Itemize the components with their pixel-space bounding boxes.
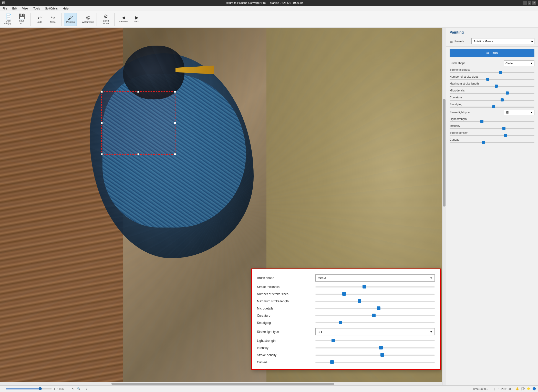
status-icon-1[interactable]: 🔔 xyxy=(515,387,519,390)
selection-handle-tm[interactable] xyxy=(137,91,139,93)
rp-light-strength-label: Light strength xyxy=(450,117,534,120)
menu-file[interactable]: File xyxy=(1,6,9,11)
close-button[interactable]: ✕ xyxy=(532,1,536,5)
selection-handle-mr[interactable] xyxy=(174,122,176,124)
toolbar-group-batch: ⚙ BatchMode xyxy=(99,13,115,26)
rp-intensity-thumb[interactable] xyxy=(502,127,505,130)
menu-softorbits[interactable]: SoftOrbits xyxy=(44,6,59,11)
zoom-slider-thumb[interactable] xyxy=(39,387,42,390)
next-label: Next xyxy=(134,20,139,23)
rp-stroke-density-thumb[interactable] xyxy=(504,134,507,137)
status-icon-2[interactable]: 💬 xyxy=(521,387,525,390)
canvas-area[interactable]: Brush shape Circle ▼ Stroke thickness Nu… xyxy=(0,28,446,385)
popup-microdetails-slider[interactable] xyxy=(315,308,435,309)
popup-num-stroke-sizes-slider[interactable] xyxy=(315,294,435,295)
zoom-in-button[interactable]: + xyxy=(53,387,55,391)
rp-max-stroke-length-label: Maximum stroke length xyxy=(450,82,534,85)
rp-stroke-density-slider[interactable] xyxy=(450,135,534,136)
minimize-button[interactable]: ─ xyxy=(523,1,527,5)
rp-canvas-label: Canvas xyxy=(450,138,534,141)
maximize-button[interactable]: □ xyxy=(528,1,531,5)
rp-brush-shape-dropdown-row: Brush shape Circle ▼ xyxy=(450,60,534,66)
popup-curvature-slider[interactable] xyxy=(315,315,435,316)
watermarks-label: Watermarks xyxy=(82,21,94,24)
rp-stroke-thickness-slider[interactable] xyxy=(450,72,534,73)
rp-max-stroke-length-slider[interactable] xyxy=(450,86,534,87)
popup-max-stroke-length-row: Maximum stroke length xyxy=(257,300,435,303)
rp-light-strength-row: Light strength xyxy=(450,117,534,122)
popup-canvas-slider[interactable] xyxy=(315,362,435,363)
rp-curvature-label: Curvature xyxy=(450,96,534,99)
toolbar-group-file: 📄 AddFile(s)... 💾 Saveas... xyxy=(2,13,30,26)
rp-max-stroke-length-thumb[interactable] xyxy=(495,85,498,88)
rp-curvature-slider[interactable] xyxy=(450,100,534,101)
rp-light-strength-thumb[interactable] xyxy=(480,120,483,123)
add-files-button[interactable]: 📄 AddFile(s)... xyxy=(2,13,15,26)
presets-icon[interactable]: ☰ xyxy=(450,39,453,43)
h-scroll-thumb[interactable] xyxy=(111,383,334,385)
selection-handle-bm[interactable] xyxy=(137,153,139,155)
rp-intensity-slider[interactable] xyxy=(450,128,534,129)
popup-smudging-slider[interactable] xyxy=(315,322,435,323)
status-icon-3[interactable]: ⭐ xyxy=(527,387,530,390)
popup-intensity-slider[interactable] xyxy=(315,347,435,348)
popup-smudging-label: Smudging xyxy=(257,321,313,325)
next-button[interactable]: ▶ Next xyxy=(130,13,143,26)
watermarks-button[interactable]: © Watermarks xyxy=(82,13,95,26)
selection-box[interactable] xyxy=(101,91,175,155)
undo-button[interactable]: ↩ Undo xyxy=(33,13,46,26)
popup-stroke-thickness-slider[interactable] xyxy=(315,286,435,287)
zoom-out-button[interactable]: − xyxy=(2,387,4,391)
popup-stroke-light-type-dropdown[interactable]: 3D ▼ xyxy=(315,328,435,335)
popup-stroke-density-slider[interactable] xyxy=(315,355,435,356)
menu-help[interactable]: Help xyxy=(61,6,70,11)
rp-brush-shape-dropdown[interactable]: Circle ▼ xyxy=(504,60,534,66)
run-icon: ➡ xyxy=(486,50,490,55)
selection-handle-br[interactable] xyxy=(174,153,176,155)
rp-smudging-slider[interactable] xyxy=(450,107,534,108)
popup-stroke-density-row: Stroke density xyxy=(257,353,435,357)
rp-stroke-light-type-dropdown[interactable]: 3D ▼ xyxy=(504,110,534,115)
canvas-image: Brush shape Circle ▼ Stroke thickness Nu… xyxy=(0,28,446,385)
rp-microdetails-thumb[interactable] xyxy=(506,91,509,95)
redo-button[interactable]: ↪ Redo xyxy=(46,13,59,26)
rp-light-strength-slider[interactable] xyxy=(450,121,534,122)
save-as-button[interactable]: 💾 Saveas... xyxy=(15,13,28,26)
popup-brush-shape-arrow: ▼ xyxy=(430,277,432,280)
rp-microdetails-slider[interactable] xyxy=(450,93,534,94)
menu-view[interactable]: View xyxy=(21,6,30,11)
previous-button[interactable]: ◀ Previous xyxy=(117,13,130,26)
batch-mode-label: BatchMode xyxy=(103,19,109,25)
rp-curvature-thumb[interactable] xyxy=(501,98,504,101)
status-icon-4[interactable]: 🔵 xyxy=(532,387,536,390)
rp-num-stroke-sizes-label: Number of stroke sizes xyxy=(450,75,534,78)
painting-button[interactable]: 🖌 Painting xyxy=(64,13,77,26)
selection-handle-bl[interactable] xyxy=(101,153,103,155)
selection-handle-tl[interactable] xyxy=(101,91,103,93)
presets-select[interactable]: Artistic - Mosaic Impressionist Oil Pain… xyxy=(471,38,534,44)
rp-canvas-thumb[interactable] xyxy=(482,141,485,144)
status-fullscreen-icon[interactable]: ⛶ xyxy=(84,387,87,390)
rp-num-stroke-sizes-row: Number of stroke sizes xyxy=(450,75,534,80)
menu-tools[interactable]: Tools xyxy=(32,6,42,11)
popup-brush-shape-dropdown[interactable]: Circle ▼ xyxy=(315,274,435,282)
popup-canvas-row: Canvas xyxy=(257,360,435,364)
rp-num-stroke-sizes-slider[interactable] xyxy=(450,79,534,80)
rp-num-stroke-sizes-thumb[interactable] xyxy=(486,78,489,81)
run-button[interactable]: ➡ Run xyxy=(450,49,534,57)
popup-max-stroke-length-slider[interactable] xyxy=(315,301,435,302)
rp-canvas-slider[interactable] xyxy=(450,142,534,143)
rp-stroke-thickness-thumb[interactable] xyxy=(499,71,502,74)
popup-stroke-light-type-label: Stroke light type xyxy=(257,330,313,334)
popup-intensity-label: Intensity xyxy=(257,346,313,350)
batch-mode-button[interactable]: ⚙ BatchMode xyxy=(99,13,112,26)
undo-label: Undo xyxy=(37,21,42,24)
horizontal-scrollbar[interactable] xyxy=(0,382,446,385)
selection-handle-tr[interactable] xyxy=(174,91,176,93)
popup-light-strength-slider[interactable] xyxy=(315,340,435,341)
rp-smudging-thumb[interactable] xyxy=(492,105,495,108)
selection-handle-ml[interactable] xyxy=(101,122,103,124)
zoom-slider[interactable] xyxy=(6,388,52,389)
presets-row: ☰ Presets Artistic - Mosaic Impressionis… xyxy=(446,36,538,47)
menu-edit[interactable]: Edit xyxy=(11,6,19,11)
